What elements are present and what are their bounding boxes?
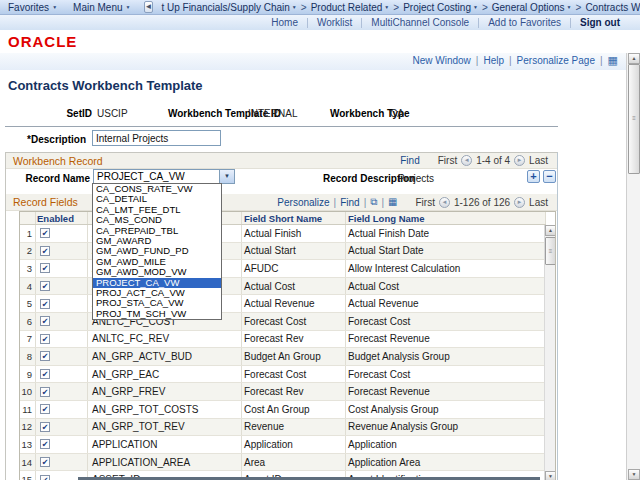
grid-scrollbar[interactable]: ▲ ≡ ▼	[544, 225, 555, 480]
scroll-up-icon[interactable]: ▲	[628, 53, 640, 64]
next-page-icon[interactable]: ►	[514, 197, 525, 208]
chevron-down-icon: ▼	[52, 5, 57, 10]
dropdown-option[interactable]: PROJ_STA_CA_VW	[93, 298, 221, 308]
field-long-name-cell: Revenue Analysis Group	[346, 419, 546, 436]
scroll-down-icon[interactable]: ▼	[628, 469, 640, 480]
sign-out-link[interactable]: Sign out	[571, 17, 620, 28]
record-name-select[interactable]: PROJECT_CA_VW ▼	[93, 169, 235, 184]
row-number: 11	[20, 401, 36, 418]
favorites-menu-label: Favorites	[8, 2, 49, 13]
field-short-name-cell: Forecast Rev	[242, 331, 346, 348]
enabled-checkbox[interactable]: ✔	[40, 439, 50, 449]
layout-grid-icon[interactable]: ▦	[608, 55, 618, 66]
dropdown-option[interactable]: PROJ_TM_SCH_VW	[93, 309, 221, 319]
find-link[interactable]: Find	[400, 155, 419, 166]
field-name-cell: AN_GRP_EAC	[88, 366, 242, 383]
field-short-name-column-header[interactable]: Field Short Name	[242, 212, 346, 224]
enabled-checkbox[interactable]: ✔	[40, 475, 50, 480]
worklist-link[interactable]: Worklist	[308, 17, 361, 28]
favorites-menu[interactable]: Favorites ▼	[0, 2, 65, 13]
scroll-down-icon[interactable]: ▼	[545, 471, 556, 480]
multichannel-console-link[interactable]: MultiChannel Console	[362, 17, 478, 28]
new-window-link[interactable]: New Window	[412, 55, 470, 66]
enabled-checkbox[interactable]: ✔	[40, 404, 50, 414]
link-divider: |	[476, 55, 479, 66]
dropdown-option[interactable]: GM_AWARD	[93, 236, 221, 246]
dropdown-option[interactable]: CA_DETAIL	[93, 194, 221, 204]
row-number: 5	[20, 295, 36, 312]
enabled-checkbox[interactable]: ✔	[40, 387, 50, 397]
table-row: 11 ✔ AN_GRP_TOT_COSTS Cost An Group Cost…	[20, 401, 546, 419]
breadcrumb-item[interactable]: General Options	[492, 2, 565, 13]
view-all-popup-icon[interactable]: ⧉	[370, 197, 377, 207]
personalize-page-link[interactable]: Personalize Page	[517, 55, 595, 66]
field-long-name-column-header[interactable]: Field Long Name	[346, 212, 546, 224]
dropdown-arrow-icon[interactable]: ▼	[219, 170, 234, 183]
scroll-up-icon[interactable]: ▲	[545, 225, 556, 236]
row-number: 3	[20, 260, 36, 277]
next-page-icon[interactable]: ►	[514, 155, 525, 166]
enabled-cell: ✔	[36, 401, 88, 418]
enabled-cell: ✔	[36, 313, 88, 330]
page-scrollbar[interactable]: ▲ ≡ ▼	[626, 53, 640, 480]
dropdown-option[interactable]: CA_MS_COND	[93, 215, 221, 225]
breadcrumb-item[interactable]: t Up Financials/Supply Chain	[161, 2, 289, 13]
workbench-record-title: Workbench Record	[6, 155, 103, 167]
enabled-checkbox[interactable]: ✔	[40, 316, 50, 326]
field-short-name-cell: Budget An Group	[242, 348, 346, 365]
enabled-checkbox[interactable]: ✔	[40, 299, 50, 309]
help-link[interactable]: Help	[483, 55, 504, 66]
dropdown-option[interactable]: CA_PREPAID_TBL	[93, 226, 221, 236]
field-name-cell: AN_GRP_ACTV_BUD	[88, 348, 242, 365]
enabled-checkbox[interactable]: ✔	[40, 351, 50, 361]
scrollbar-thumb[interactable]: ≡	[628, 64, 640, 174]
enabled-checkbox[interactable]: ✔	[40, 246, 50, 256]
main-menu[interactable]: Main Menu ▼	[65, 2, 138, 13]
utility-links-bar: Home Worklist MultiChannel Console Add t…	[0, 15, 640, 30]
field-long-name-cell: Actual Cost	[346, 278, 546, 295]
previous-page-icon[interactable]: ◄	[461, 155, 472, 166]
dropdown-option[interactable]: GM_AWD_MILE	[93, 257, 221, 267]
field-short-name-cell: Forecast Cost	[242, 313, 346, 330]
enabled-checkbox[interactable]: ✔	[40, 334, 50, 344]
enabled-column-header[interactable]: Enabled	[36, 212, 88, 224]
home-link[interactable]: Home	[262, 17, 307, 28]
enabled-cell: ✔	[36, 295, 88, 312]
description-input[interactable]	[92, 130, 221, 146]
dropdown-option[interactable]: CA_CONS_RATE_VW	[93, 184, 221, 194]
add-row-button[interactable]: +	[527, 170, 540, 183]
breadcrumb-item-current: Contracts Workbench Template	[585, 2, 640, 13]
delete-row-button[interactable]: −	[543, 170, 556, 183]
download-grid-icon[interactable]: ▦	[388, 197, 397, 207]
enabled-checkbox[interactable]: ✔	[40, 422, 50, 432]
breadcrumb-item[interactable]: Project Costing	[403, 2, 471, 13]
dropdown-option[interactable]: PROJ_ACT_CA_VW	[93, 288, 221, 298]
enabled-checkbox[interactable]: ✔	[40, 263, 50, 273]
enabled-checkbox[interactable]: ✔	[40, 281, 50, 291]
enabled-checkbox[interactable]: ✔	[40, 369, 50, 379]
breadcrumb-item[interactable]: Product Related	[311, 2, 383, 13]
add-to-favorites-link[interactable]: Add to Favorites	[479, 17, 570, 28]
link-divider: |	[509, 55, 512, 66]
table-row: 9 ✔ AN_GRP_EAC Forecast Cost Forecast Co…	[20, 366, 546, 384]
enabled-checkbox[interactable]: ✔	[40, 457, 50, 467]
dropdown-option[interactable]: PROJECT_CA_VW	[93, 278, 221, 288]
link-divider: |	[600, 55, 603, 66]
enabled-cell: ✔	[36, 331, 88, 348]
enabled-cell: ✔	[36, 243, 88, 260]
field-short-name-cell: Cost An Group	[242, 401, 346, 418]
dropdown-option[interactable]: GM_AWD_FUND_PD	[93, 246, 221, 256]
row-number: 13	[20, 436, 36, 453]
personalize-link[interactable]: Personalize	[277, 197, 329, 208]
row-number: 6	[20, 313, 36, 330]
enabled-checkbox[interactable]: ✔	[40, 228, 50, 238]
dropdown-option[interactable]: CA_LMT_FEE_DTL	[93, 205, 221, 215]
find-link[interactable]: Find	[340, 197, 359, 208]
previous-page-icon[interactable]: ◄	[439, 197, 450, 208]
scrollbar-thumb[interactable]: ≡	[545, 237, 556, 265]
row-number: 8	[20, 348, 36, 365]
breadcrumb-collapse-icon[interactable]: ◄	[144, 1, 154, 13]
row-number: 4	[20, 278, 36, 295]
dropdown-option[interactable]: GM_AWD_MOD_VW	[93, 267, 221, 277]
field-short-name-cell: Forecast Rev	[242, 383, 346, 400]
